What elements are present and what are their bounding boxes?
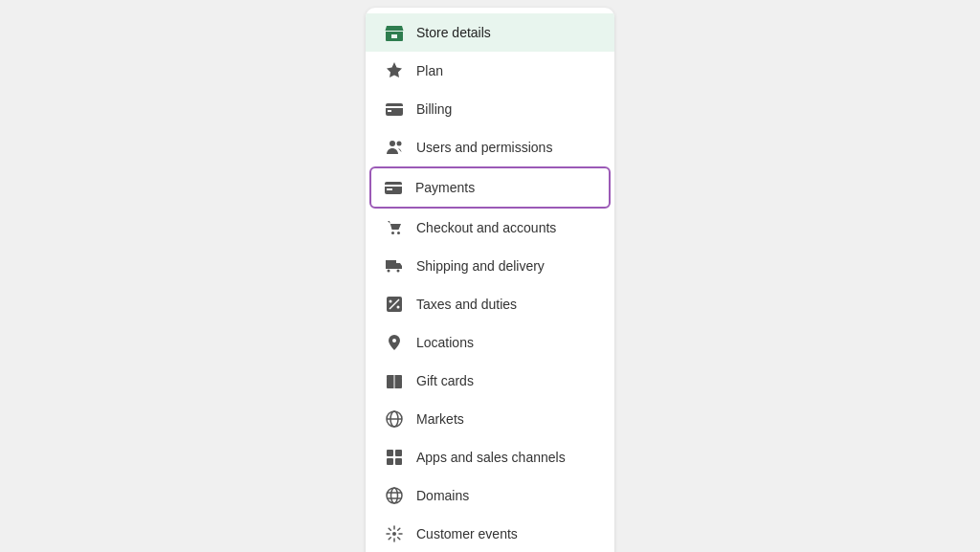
plan-icon [384, 60, 405, 81]
svg-point-14 [392, 339, 396, 342]
svg-rect-1 [388, 110, 391, 112]
svg-point-13 [397, 306, 400, 309]
sidebar-item-markets[interactable]: Markets [366, 400, 614, 438]
sidebar-item-label: Apps and sales channels [416, 450, 566, 465]
sidebar-item-gift-cards[interactable]: Gift cards [366, 362, 614, 400]
svg-point-7 [397, 232, 400, 234]
sidebar-item-label: Taxes and duties [416, 297, 517, 312]
svg-rect-23 [395, 458, 402, 465]
markets-icon [384, 408, 405, 430]
taxes-icon [384, 294, 405, 315]
sidebar-item-payments[interactable]: Payments [369, 166, 611, 209]
svg-point-6 [391, 232, 394, 234]
sidebar-item-label: Payments [415, 180, 475, 195]
svg-point-8 [388, 270, 390, 273]
sidebar-item-domains[interactable]: Domains [366, 476, 614, 515]
sidebar-item-label: Store details [416, 25, 491, 40]
sidebar-item-label: Users and permissions [416, 140, 552, 155]
customer-events-icon [384, 523, 405, 544]
svg-rect-0 [386, 103, 403, 116]
sidebar-item-label: Checkout and accounts [416, 220, 556, 235]
svg-point-12 [390, 300, 392, 303]
sidebar-item-label: Customer events [416, 526, 518, 541]
svg-point-2 [390, 141, 395, 146]
svg-point-26 [392, 532, 396, 536]
svg-point-25 [391, 488, 398, 503]
svg-rect-21 [395, 450, 402, 456]
sidebar-item-label: Billing [416, 101, 452, 117]
sidebar-item-label: Plan [416, 63, 443, 78]
locations-icon [384, 332, 405, 353]
sidebar-item-checkout-accounts[interactable]: Checkout and accounts [366, 209, 614, 247]
sidebar-item-taxes-duties[interactable]: Taxes and duties [366, 285, 614, 323]
svg-point-9 [397, 270, 400, 273]
sidebar-item-locations[interactable]: Locations [366, 323, 614, 362]
svg-point-3 [397, 142, 402, 146]
settings-sidebar: Store details Plan Billing [366, 8, 614, 552]
svg-rect-4 [385, 182, 402, 194]
billing-icon [384, 99, 405, 120]
sidebar-item-plan[interactable]: Plan [366, 52, 614, 90]
svg-rect-20 [387, 450, 393, 456]
sidebar-item-users-permissions[interactable]: Users and permissions [366, 128, 614, 166]
apps-icon [384, 447, 405, 468]
domains-icon [384, 485, 405, 506]
sidebar-item-label: Locations [416, 335, 474, 350]
svg-point-24 [387, 488, 402, 503]
sidebar-item-shipping-delivery[interactable]: Shipping and delivery [366, 247, 614, 285]
sidebar-item-label: Domains [416, 488, 469, 503]
payments-icon [383, 177, 404, 198]
sidebar-item-customer-events[interactable]: Customer events [366, 515, 614, 552]
store-icon [384, 22, 405, 43]
sidebar-item-label: Markets [416, 411, 464, 427]
sidebar-item-billing[interactable]: Billing [366, 90, 614, 128]
gift-icon [384, 370, 405, 391]
checkout-icon [384, 217, 405, 238]
users-icon [384, 137, 405, 158]
page-wrapper: Store details Plan Billing [0, 0, 980, 552]
sidebar-item-label: Gift cards [416, 373, 474, 388]
svg-rect-22 [387, 458, 393, 465]
sidebar-item-store-details[interactable]: Store details [366, 13, 614, 52]
shipping-icon [384, 255, 405, 276]
svg-rect-5 [387, 188, 392, 190]
sidebar-item-label: Shipping and delivery [416, 258, 545, 274]
sidebar-item-apps-sales-channels[interactable]: Apps and sales channels [366, 438, 614, 476]
